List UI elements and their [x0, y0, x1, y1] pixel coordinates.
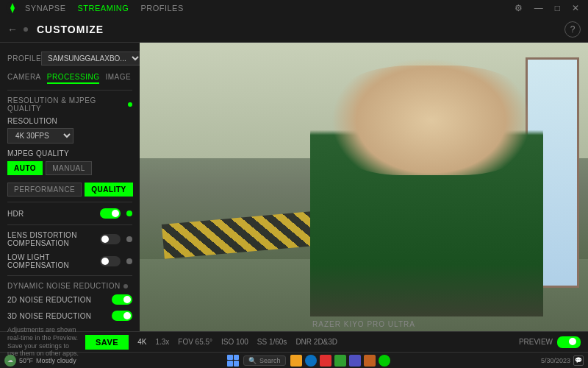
mjpeg-auto-btn[interactable]: AUTO: [7, 161, 43, 175]
tab-image[interactable]: IMAGE: [105, 73, 131, 84]
tab-processing[interactable]: PROCESSING: [47, 73, 100, 84]
mjpeg-label: MJPEG QUALITY: [0, 146, 140, 159]
camera-name: RAZER KIYO PRO ULTRA: [312, 320, 415, 328]
weather-icon: ☁: [4, 355, 16, 367]
weather-desc: Mostly cloudy: [36, 357, 76, 364]
app-icon-4[interactable]: [364, 355, 376, 367]
taskbar-date: 5/30/2023: [541, 357, 570, 364]
divider-3: [7, 224, 132, 225]
dnr-indicator: [123, 284, 128, 289]
hdr-label: HDR: [7, 210, 96, 218]
separator-dot: [24, 27, 28, 32]
razer-logo: [6, 1, 19, 15]
title-bar: ← CUSTOMIZE ?: [0, 16, 588, 43]
resolution-section-label: RESOLUTION & MJPEG QUALITY: [7, 96, 125, 113]
hdr-toggle[interactable]: [100, 208, 121, 219]
taskbar-right: 5/30/2023 💬: [541, 355, 584, 366]
2d-noise-toggle[interactable]: [112, 294, 132, 305]
page-title: CUSTOMIZE: [37, 24, 559, 35]
profile-label: PROFILE: [7, 54, 37, 63]
tab-row: CAMERA PROCESSING IMAGE: [0, 73, 140, 84]
mjpeg-buttons: AUTO MANUAL: [0, 159, 140, 177]
lens-distortion-label: LENS DISTORTION COMPENSATION: [7, 231, 96, 247]
save-area: Adjustments are shown real-time in the P…: [7, 326, 129, 358]
stat-ss: SS 1/60s: [257, 338, 287, 346]
save-note: Adjustments are shown real-time in the P…: [7, 326, 81, 358]
mjpeg-manual-btn[interactable]: MANUAL: [46, 161, 92, 175]
preview-toggle[interactable]: [557, 336, 581, 348]
resolution-label: RESOLUTION: [0, 114, 140, 127]
low-light-label: LOW LIGHT COMPENSATION: [7, 253, 96, 269]
search-bar[interactable]: 🔍 Search: [243, 355, 286, 366]
nav-synapse[interactable]: SYNAPSE: [25, 4, 65, 13]
resolution-select[interactable]: 4K 30FPS 1080P 60FPS 720P 120FPS: [7, 128, 74, 144]
preview-text: PREVIEW: [519, 338, 553, 346]
perf-buttons: PERFORMANCE QUALITY: [0, 180, 140, 199]
notification-icon[interactable]: 💬: [573, 355, 584, 366]
weather-temp: 50°F: [19, 357, 33, 364]
profile-select[interactable]: SAMSUNGGALAXBO...: [41, 52, 140, 66]
hdr-indicator: [126, 210, 132, 216]
razer-taskbar-icon[interactable]: [379, 355, 390, 367]
resolution-indicator: [128, 102, 132, 107]
3d-noise-row: 3D NOISE REDUCTION: [0, 308, 140, 324]
status-bar: Adjustments are shown real-time in the P…: [0, 331, 588, 352]
main-content: PROFILE SAMSUNGGALAXBO... ••• CAMERA PRO…: [0, 43, 588, 331]
quality-btn[interactable]: QUALITY: [85, 183, 132, 197]
sidebar: PROFILE SAMSUNGGALAXBO... ••• CAMERA PRO…: [0, 43, 140, 331]
save-button[interactable]: SAVE: [85, 335, 129, 350]
stat-dnr: DNR 2D&3D: [295, 338, 337, 346]
divider-1: [7, 90, 132, 91]
search-icon: 🔍: [248, 357, 257, 364]
preview-area: RAZER KIYO PRO ULTRA: [140, 43, 588, 331]
preview-label-row: PREVIEW: [519, 336, 581, 348]
tab-camera[interactable]: CAMERA: [7, 73, 41, 84]
help-button[interactable]: ?: [564, 21, 581, 38]
2d-noise-row: 2D NOISE REDUCTION: [0, 291, 140, 308]
camera-preview: [140, 43, 588, 331]
low-light-indicator: [126, 258, 132, 264]
taskbar-left: ☁ 50°F Mostly cloudy: [4, 355, 76, 367]
low-light-row: LOW LIGHT COMPENSATION: [0, 250, 140, 272]
performance-btn[interactable]: PERFORMANCE: [7, 183, 82, 197]
dnr-label: DYNAMIC NOISE REDUCTION: [7, 282, 121, 290]
settings-btn[interactable]: ⚙: [512, 3, 526, 13]
window-controls: ⚙ — □ ✕: [512, 3, 582, 13]
divider-2: [7, 202, 132, 202]
stat-fov: FOV 65.5°: [178, 338, 212, 346]
3d-noise-toggle[interactable]: [112, 311, 132, 321]
lens-distortion-toggle[interactable]: [100, 234, 121, 244]
lens-distortion-indicator: [126, 236, 132, 242]
maximize-btn[interactable]: □: [552, 3, 563, 13]
file-explorer-icon[interactable]: [290, 355, 302, 367]
resolution-section-header: RESOLUTION & MJPEG QUALITY: [0, 93, 140, 114]
minimize-btn[interactable]: —: [531, 3, 546, 13]
hdr-row: HDR: [0, 205, 140, 222]
lens-distortion-row: LENS DISTORTION COMPENSATION: [0, 228, 140, 250]
edge-icon[interactable]: [305, 355, 317, 367]
start-button[interactable]: [227, 355, 239, 367]
stat-iso: ISO 100: [221, 338, 248, 346]
app-icon-3[interactable]: [349, 355, 361, 367]
nav-streaming[interactable]: STREAMING: [77, 4, 129, 13]
3d-noise-label: 3D NOISE REDUCTION: [7, 312, 107, 320]
top-nav: SYNAPSE STREAMING PROFILES: [25, 4, 184, 13]
stat-zoom: 1.3x: [155, 338, 169, 346]
taskbar-center: 🔍 Search: [76, 355, 541, 367]
2d-noise-label: 2D NOISE REDUCTION: [7, 296, 107, 304]
taskbar: ☁ 50°F Mostly cloudy 🔍 Search 5/30/2023 …: [0, 352, 588, 368]
resolution-select-row: 4K 30FPS 1080P 60FPS 720P 120FPS: [0, 127, 140, 146]
taskbar-apps: [290, 355, 390, 367]
nav-profiles[interactable]: PROFILES: [140, 4, 183, 13]
dnr-section-header: DYNAMIC NOISE REDUCTION: [0, 279, 140, 291]
low-light-toggle[interactable]: [100, 256, 121, 266]
close-btn[interactable]: ✕: [569, 3, 582, 13]
back-button[interactable]: ←: [7, 24, 18, 35]
top-bar: SYNAPSE STREAMING PROFILES ⚙ — □ ✕: [0, 0, 588, 16]
stat-resolution: 4K: [137, 338, 146, 346]
app-icon-2[interactable]: [334, 355, 346, 367]
profile-row: PROFILE SAMSUNGGALAXBO... •••: [0, 49, 140, 68]
divider-4: [7, 275, 132, 276]
app-icon-1[interactable]: [320, 355, 331, 367]
